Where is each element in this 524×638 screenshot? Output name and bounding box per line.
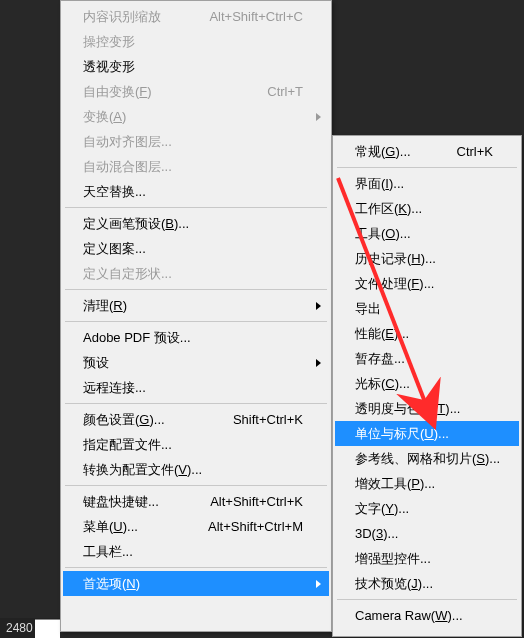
menu-item-label: 光标(C)... (355, 375, 410, 393)
menu-item-label: 常规(G)... (355, 143, 411, 161)
menu-item-label: 文件处理(F)... (355, 275, 434, 293)
menu_left-item[interactable]: 天空替换... (63, 179, 329, 204)
menu-item-shortcut: Alt+Shift+Ctrl+C (209, 9, 303, 24)
submenu-arrow-icon (316, 113, 321, 121)
menu_right-item[interactable]: 暂存盘... (335, 346, 519, 371)
menu_right-item[interactable]: 透明度与色域(T)... (335, 396, 519, 421)
menu_right-separator (337, 599, 517, 600)
menu-item-label: 预设 (83, 354, 109, 372)
menu-item-label: 自动对齐图层... (83, 133, 172, 151)
menu_right-item[interactable]: 界面(I)... (335, 171, 519, 196)
menu-item-label: 菜单(U)... (83, 518, 138, 536)
menu-item-label: 键盘快捷键... (83, 493, 159, 511)
menu-item-shortcut: Ctrl+T (267, 84, 303, 99)
menu_right-item[interactable]: 3D(3)... (335, 521, 519, 546)
menu_left-item[interactable]: 远程连接... (63, 375, 329, 400)
submenu-arrow-icon (316, 580, 321, 588)
menu_left-item: 操控变形 (63, 29, 329, 54)
menu_left-item: 自动对齐图层... (63, 129, 329, 154)
menu_left-item[interactable]: 预设 (63, 350, 329, 375)
menu_right-separator (337, 167, 517, 168)
menu_left-item: 变换(A) (63, 104, 329, 129)
menu_left-separator (65, 485, 327, 486)
menu-item-label: 透视变形 (83, 58, 135, 76)
menu_right-item[interactable]: Camera Raw(W)... (335, 603, 519, 628)
menu-item-label: 内容识别缩放 (83, 8, 161, 26)
menu_right-item[interactable]: 增强型控件... (335, 546, 519, 571)
menu_right-item[interactable]: 参考线、网格和切片(S)... (335, 446, 519, 471)
menu-item-label: 单位与标尺(U)... (355, 425, 449, 443)
menu_left-separator (65, 321, 327, 322)
menu-item-label: 自由变换(F) (83, 83, 152, 101)
menu_left-item[interactable]: 颜色设置(G)...Shift+Ctrl+K (63, 407, 329, 432)
menu-item-label: Camera Raw(W)... (355, 608, 463, 623)
menu_right-item[interactable]: 导出 (335, 296, 519, 321)
menu_left-separator (65, 207, 327, 208)
menu-item-label: 文字(Y)... (355, 500, 409, 518)
thumbnail (35, 619, 60, 638)
menu-item-label: 自动混合图层... (83, 158, 172, 176)
menu_right-item[interactable]: 工作区(K)... (335, 196, 519, 221)
menu_left-item[interactable]: 键盘快捷键...Alt+Shift+Ctrl+K (63, 489, 329, 514)
menu-item-label: Adobe PDF 预设... (83, 329, 191, 347)
menu_left-separator (65, 567, 327, 568)
menu_left-item[interactable]: 定义画笔预设(B)... (63, 211, 329, 236)
submenu-arrow-icon (316, 359, 321, 367)
menu-item-label: 天空替换... (83, 183, 146, 201)
menu-item-label: 工具(O)... (355, 225, 411, 243)
menu-item-label: 指定配置文件... (83, 436, 172, 454)
edit-menu[interactable]: 内容识别缩放Alt+Shift+Ctrl+C操控变形透视变形自由变换(F)Ctr… (60, 0, 332, 632)
menu_right-item[interactable]: 历史记录(H)... (335, 246, 519, 271)
menu_left-item[interactable]: 透视变形 (63, 54, 329, 79)
menu_right-item[interactable]: 单位与标尺(U)... (335, 421, 519, 446)
menu-item-label: 界面(I)... (355, 175, 404, 193)
menu_left-item[interactable]: 清理(R) (63, 293, 329, 318)
menu_left-separator (65, 289, 327, 290)
menu_left-item: 内容识别缩放Alt+Shift+Ctrl+C (63, 4, 329, 29)
menu_left-item[interactable]: Adobe PDF 预设... (63, 325, 329, 350)
menu-item-label: 暂存盘... (355, 350, 405, 368)
menu_left-item[interactable]: 工具栏... (63, 539, 329, 564)
menu-item-label: 历史记录(H)... (355, 250, 436, 268)
menu-item-label: 定义图案... (83, 240, 146, 258)
menu_left-item[interactable]: 首选项(N) (63, 571, 329, 596)
menu_right-item[interactable]: 增效工具(P)... (335, 471, 519, 496)
menu_left-item: 自由变换(F)Ctrl+T (63, 79, 329, 104)
menu-item-label: 3D(3)... (355, 526, 398, 541)
menu-item-label: 技术预览(J)... (355, 575, 433, 593)
menu-item-shortcut: Alt+Shift+Ctrl+M (208, 519, 303, 534)
menu-item-label: 导出 (355, 300, 381, 318)
menu-item-label: 增强型控件... (355, 550, 431, 568)
menu_left-item: 自动混合图层... (63, 154, 329, 179)
menu_right-item[interactable]: 工具(O)... (335, 221, 519, 246)
menu-item-label: 变换(A) (83, 108, 126, 126)
menu_left-item: 定义自定形状... (63, 261, 329, 286)
menu-item-label: 工作区(K)... (355, 200, 422, 218)
menu_left-item[interactable]: 转换为配置文件(V)... (63, 457, 329, 482)
submenu-arrow-icon (316, 302, 321, 310)
menu_right-item[interactable]: 文字(Y)... (335, 496, 519, 521)
menu-item-label: 透明度与色域(T)... (355, 400, 460, 418)
menu-item-label: 参考线、网格和切片(S)... (355, 450, 500, 468)
menu_right-item[interactable]: 文件处理(F)... (335, 271, 519, 296)
menu-item-shortcut: Alt+Shift+Ctrl+K (210, 494, 303, 509)
menu_left-item[interactable]: 菜单(U)...Alt+Shift+Ctrl+M (63, 514, 329, 539)
menu-item-label: 工具栏... (83, 543, 133, 561)
menu-item-shortcut: Shift+Ctrl+K (233, 412, 303, 427)
menu-item-label: 操控变形 (83, 33, 135, 51)
menu_left-item[interactable]: 指定配置文件... (63, 432, 329, 457)
menu_right-item[interactable]: 常规(G)...Ctrl+K (335, 139, 519, 164)
menu-item-shortcut: Ctrl+K (457, 144, 493, 159)
menu-item-label: 定义自定形状... (83, 265, 172, 283)
menu-item-label: 性能(E)... (355, 325, 409, 343)
menu-item-label: 转换为配置文件(V)... (83, 461, 202, 479)
menu_right-item[interactable]: 技术预览(J)... (335, 571, 519, 596)
menu_left-item[interactable]: 定义图案... (63, 236, 329, 261)
menu_right-item[interactable]: 光标(C)... (335, 371, 519, 396)
menu-item-label: 清理(R) (83, 297, 127, 315)
menu-item-label: 首选项(N) (83, 575, 140, 593)
preferences-submenu[interactable]: 常规(G)...Ctrl+K界面(I)...工作区(K)...工具(O)...历… (332, 135, 522, 637)
menu_right-item[interactable]: 性能(E)... (335, 321, 519, 346)
menu-item-label: 远程连接... (83, 379, 146, 397)
menu-item-label: 增效工具(P)... (355, 475, 435, 493)
